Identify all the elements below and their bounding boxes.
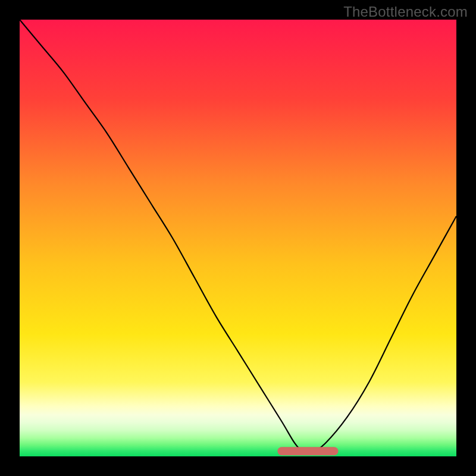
curve-layer	[20, 20, 456, 456]
plot-area	[20, 20, 456, 456]
chart-frame: TheBottleneck.com	[0, 0, 476, 476]
watermark-text: TheBottleneck.com	[343, 4, 468, 20]
bottleneck-curve	[20, 20, 456, 453]
